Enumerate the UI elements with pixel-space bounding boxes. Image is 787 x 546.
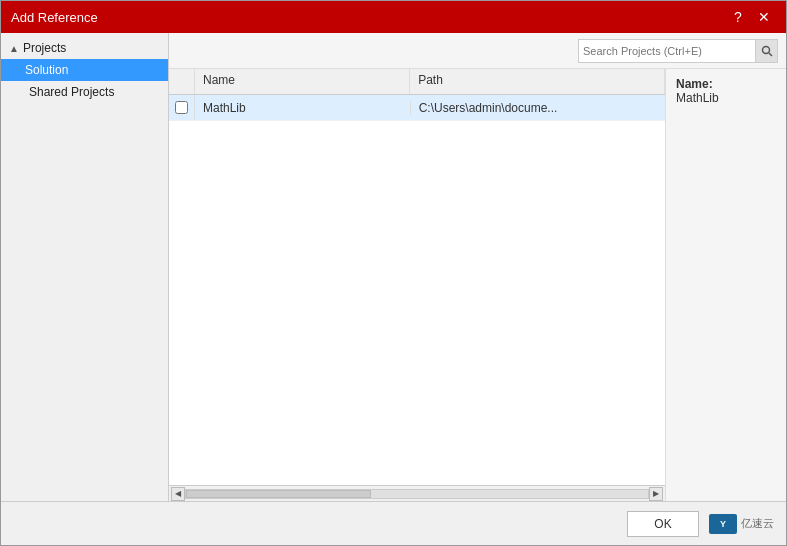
search-input[interactable]: [579, 43, 755, 59]
row-checkbox[interactable]: [175, 101, 188, 114]
horizontal-scrollbar[interactable]: ◀ ▶: [169, 485, 665, 501]
table-body: MathLib C:\Users\admin\docume...: [169, 95, 665, 485]
search-wrapper: [578, 39, 778, 63]
content-area: ▲ Projects Solution Shared Projects: [1, 33, 786, 501]
detail-panel: Name: MathLib: [666, 69, 786, 501]
add-reference-dialog: Add Reference ? ✕ ▲ Projects Solution Sh…: [0, 0, 787, 546]
collapse-arrow-icon: ▲: [9, 43, 19, 54]
search-icon-button[interactable]: [755, 40, 777, 62]
close-button[interactable]: ✕: [752, 7, 776, 27]
help-button[interactable]: ?: [726, 7, 750, 27]
search-icon: [761, 45, 773, 57]
watermark-text: 亿速云: [741, 516, 774, 531]
svg-point-0: [762, 46, 769, 53]
detail-name-label: Name:: [676, 77, 713, 91]
scrollbar-track[interactable]: [185, 489, 649, 499]
shared-projects-label: Shared Projects: [29, 85, 114, 99]
projects-section[interactable]: ▲ Projects: [1, 37, 168, 59]
table-row[interactable]: MathLib C:\Users\admin\docume...: [169, 95, 665, 121]
row-name-cell: MathLib: [195, 101, 411, 115]
watermark-icon: Y: [709, 514, 737, 534]
row-path-cell: C:\Users\admin\docume...: [411, 101, 665, 115]
col-path-header: Path: [410, 69, 665, 94]
main-content: Name Path MathLib C:\Users\admin\doc: [169, 69, 786, 501]
right-panel: Name Path MathLib C:\Users\admin\doc: [169, 33, 786, 501]
sidebar-item-shared-projects[interactable]: Shared Projects: [1, 81, 168, 103]
col-name-header: Name: [195, 69, 410, 94]
sidebar-item-solution[interactable]: Solution: [1, 59, 168, 81]
table-panel: Name Path MathLib C:\Users\admin\doc: [169, 69, 666, 501]
title-bar-buttons: ? ✕: [726, 7, 776, 27]
table-header: Name Path: [169, 69, 665, 95]
scroll-right-icon[interactable]: ▶: [649, 487, 663, 501]
search-bar: [169, 33, 786, 69]
row-checkbox-cell: [169, 95, 195, 120]
dialog-title: Add Reference: [11, 10, 98, 25]
svg-line-1: [769, 53, 772, 56]
watermark: Y 亿速云: [709, 514, 774, 534]
title-bar: Add Reference ? ✕: [1, 1, 786, 33]
scrollbar-thumb[interactable]: [186, 490, 371, 498]
bottom-bar: OK Y 亿速云: [1, 501, 786, 545]
ok-button[interactable]: OK: [627, 511, 699, 537]
scroll-left-icon[interactable]: ◀: [171, 487, 185, 501]
solution-label: Solution: [25, 63, 68, 77]
left-panel: ▲ Projects Solution Shared Projects: [1, 33, 169, 501]
detail-name-value: MathLib: [676, 91, 719, 105]
projects-label: Projects: [23, 41, 66, 55]
col-check-header: [169, 69, 195, 94]
